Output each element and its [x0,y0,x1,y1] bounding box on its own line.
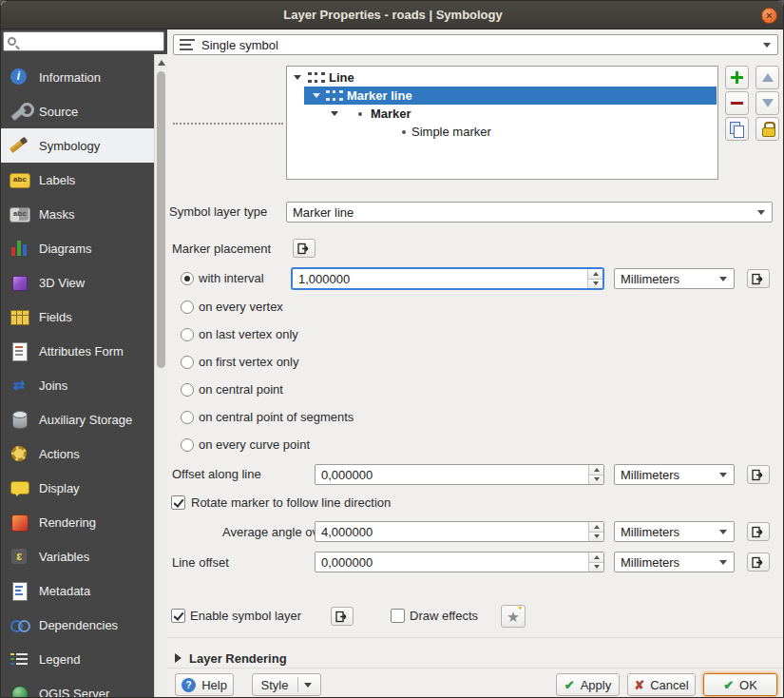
radio-on-every-curve-point[interactable] [181,438,194,452]
dependencies-icon [9,614,29,635]
rotate-marker-label[interactable]: Rotate marker to follow line direction [191,495,391,510]
radio-on-last-vertex-only-label[interactable]: on last vertex only [199,327,298,341]
spin-up-button[interactable] [589,465,603,475]
tree-item-marker-line[interactable]: Marker line [304,87,717,105]
sidebar-item-attributes-form[interactable]: Attributes Form [1,334,154,368]
sidebar-item-information[interactable]: Information [1,60,154,94]
sidebar-item-3d-view[interactable]: 3D View [1,265,154,300]
offset-along-line-dd-button[interactable] [747,465,770,484]
sidebar-item-metadata[interactable]: Metadata [1,573,154,608]
radio-on-every-curve-point-label[interactable]: on every curve point [199,437,310,452]
enable-symbol-layer-checkbox[interactable] [171,609,185,623]
offset-along-line-spinbox[interactable]: 0,000000 [315,464,604,485]
line-offset-value: 0,000000 [316,553,588,572]
apply-button[interactable]: Apply [556,673,620,696]
layer-rendering-header[interactable]: Layer Rendering [189,651,287,666]
enable-symbol-layer-dd-button[interactable] [331,607,354,626]
collapse-arrow-icon[interactable] [175,653,182,663]
lock-colors-button[interactable] [755,117,779,141]
ok-button[interactable]: OK [703,673,777,696]
line-offset-unit-combo[interactable]: Millimeters [614,552,735,572]
sidebar-search[interactable] [3,31,164,51]
sidebar-item-dependencies[interactable]: Dependencies [1,608,154,642]
draw-effects-label[interactable]: Draw effects [410,609,478,623]
duplicate-symbol-layer-button[interactable] [725,117,749,141]
sidebar-item-auxiliary-storage[interactable]: Auxiliary Storage [1,402,154,436]
close-icon[interactable] [761,8,777,24]
radio-on-central-point-of-segments-label[interactable]: on central point of segments [199,410,354,424]
sidebar-item-actions[interactable]: Actions [1,436,154,471]
help-button[interactable]: Help [175,673,234,696]
symbol-type-combo[interactable]: Single symbol [173,34,778,55]
layer-properties-dialog: Layer Properties - roads | Symbology Inf… [0,0,784,698]
scrollbar-thumb[interactable] [157,71,165,368]
sidebar-item-fields[interactable]: Fields [1,300,154,334]
search-input[interactable] [20,35,160,48]
tree-item-line[interactable]: Line [287,68,717,87]
sidebar-item-source[interactable]: Source [1,94,154,128]
rotate-marker-checkbox[interactable] [171,495,185,510]
spin-down-button[interactable] [589,533,603,542]
remove-symbol-layer-button[interactable] [725,91,749,115]
variables-icon [9,546,29,567]
sidebar-item-diagrams[interactable]: Diagrams [1,231,154,265]
radio-on-central-point[interactable] [181,383,194,397]
titlebar[interactable]: Layer Properties - roads | Symbology [1,1,784,29]
tree-item-simple-marker[interactable]: Simple marker [287,123,717,141]
radio-on-every-vertex[interactable] [181,301,194,314]
spin-down-button[interactable] [589,563,603,572]
style-button[interactable]: Style [252,673,321,696]
scroll-up-icon[interactable] [158,60,165,66]
sidebar-item-label: Auxiliary Storage [39,413,132,427]
radio-on-every-vertex-label[interactable]: on every vertex [199,300,283,314]
spin-down-button[interactable] [589,475,603,485]
radio-on-central-point-label[interactable]: on central point [199,382,283,397]
interval-spinbox[interactable]: 1,000000 [291,267,604,290]
sidebar-item-joins[interactable]: Joins [1,368,154,402]
radio-with-interval[interactable] [181,272,194,285]
interval-unit-combo[interactable]: Millimeters [614,268,735,289]
sidebar-item-rendering[interactable]: Rendering [1,505,154,539]
expander-icon[interactable] [313,93,320,98]
sidebar-item-labels[interactable]: Labels [1,163,154,197]
radio-on-central-point-of-segments[interactable] [181,411,194,424]
move-down-button[interactable] [755,91,779,115]
spin-up-button[interactable] [589,522,603,533]
interval-dd-button[interactable] [747,269,770,288]
radio-on-last-vertex-only[interactable] [181,328,194,341]
expander-icon[interactable] [294,75,301,80]
move-up-button[interactable] [755,66,779,89]
marker-placement-dd-button[interactable] [293,239,316,258]
enable-symbol-layer-label[interactable]: Enable symbol layer [190,609,301,623]
line-offset-label: Line offset [172,555,229,570]
draw-effects-checkbox[interactable] [391,609,405,623]
radio-with-interval-label[interactable]: with interval [199,271,264,285]
sidebar-item-legend[interactable]: Legend [1,642,154,676]
sidebar-scrollbar[interactable] [154,54,167,698]
average-angle-unit-combo[interactable]: Millimeters [614,521,735,542]
expander-icon[interactable] [331,111,338,116]
spin-up-button[interactable] [589,553,603,563]
add-symbol-layer-button[interactable] [725,66,749,89]
triangle-down-icon [594,534,600,538]
radio-on-first-vertex-only[interactable] [181,356,194,369]
tree-item-marker[interactable]: Marker [287,105,717,123]
sidebar-item-masks[interactable]: Masks [1,197,154,231]
spin-buttons [588,522,603,541]
splitter-handle[interactable] [173,123,283,125]
sidebar-item-display[interactable]: Display [1,471,154,505]
radio-on-first-vertex-only-label[interactable]: on first vertex only [199,355,299,369]
sidebar-item-qgis-server[interactable]: QGIS Server [1,676,154,698]
line-offset-dd-button[interactable] [747,553,770,572]
sidebar-item-symbology[interactable]: Symbology [1,128,154,163]
spin-up-button[interactable] [588,269,602,280]
average-angle-dd-button[interactable] [747,522,770,541]
symbol-layer-type-combo[interactable]: Marker line [286,202,773,223]
sidebar-item-variables[interactable]: Variables [1,539,154,573]
spin-down-button[interactable] [588,280,602,289]
effects-options-button[interactable] [501,605,526,628]
average-angle-spinbox[interactable]: 4,000000 [315,521,604,542]
cancel-button[interactable]: Cancel [627,673,696,696]
offset-along-line-unit-combo[interactable]: Millimeters [614,464,735,485]
line-offset-spinbox[interactable]: 0,000000 [315,552,604,572]
